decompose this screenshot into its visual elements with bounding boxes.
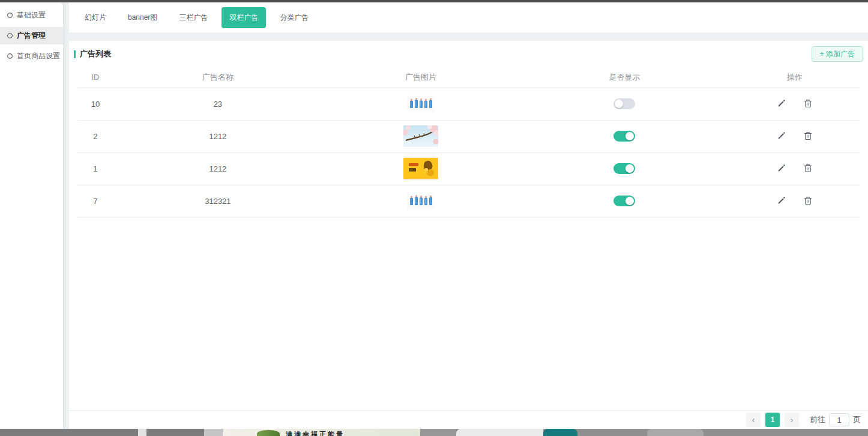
sidebar-item-2[interactable]: 首页商品设置 [0, 47, 63, 65]
sidebar-item-0[interactable]: 基础设置 [0, 7, 63, 24]
delete-button[interactable] [803, 163, 813, 174]
cell-id: 1 [77, 152, 113, 185]
ad-thumbnail-yellow-banner [403, 158, 438, 179]
row-actions [776, 130, 813, 142]
visibility-toggle[interactable] [613, 196, 635, 206]
ad-table-head: ID 广告名称 广告图片 是否显示 操作 [77, 67, 860, 88]
ad-image [407, 95, 435, 112]
circle-icon [7, 53, 13, 59]
background-card-edge [456, 429, 543, 436]
cell-id: 10 [77, 88, 113, 120]
background-segment [204, 429, 223, 436]
tab-2[interactable]: 三栏广告 [171, 7, 215, 28]
row-actions [776, 195, 813, 206]
delete-button[interactable] [803, 130, 813, 142]
cell-name: 1212 [113, 120, 322, 152]
background-segment [420, 429, 456, 436]
panel-title-text: 广告列表 [80, 49, 111, 59]
sidebar-item-label: 广告管理 [17, 31, 46, 41]
page-input[interactable] [829, 413, 849, 426]
ad-thumbnail-cherry-blossom [403, 125, 438, 147]
leaf-decoration [257, 430, 280, 436]
edit-button[interactable] [776, 130, 787, 142]
table-row: 10 23 [77, 88, 860, 120]
delete-button[interactable] [803, 195, 813, 206]
pencil-icon [777, 196, 786, 205]
empty-space [69, 218, 868, 411]
page-number-1[interactable]: 1 [765, 413, 780, 427]
sidebar: 基础设置 广告管理 首页商品设置 [0, 2, 63, 429]
background-page-strip: 满满幸福正能量 [0, 429, 868, 436]
goto-label: 前往 [810, 414, 825, 425]
table-row: 7 312321 [77, 185, 860, 217]
cell-id: 7 [77, 185, 113, 217]
tab-4[interactable]: 分类广告 [272, 7, 316, 28]
ad-image [403, 158, 438, 179]
circle-icon [7, 13, 13, 18]
background-photo-fragment: 满满幸福正能量 [223, 429, 420, 436]
panel-header: 广告列表 + 添加广告 [69, 41, 868, 67]
next-page-button[interactable]: › [785, 413, 799, 427]
cell-name: 1212 [113, 152, 322, 185]
trash-icon [804, 196, 812, 205]
circle-icon [7, 33, 13, 38]
header-visible: 是否显示 [519, 67, 730, 88]
title-accent-bar [74, 50, 76, 58]
ad-image [403, 125, 438, 147]
visibility-toggle[interactable] [613, 163, 635, 174]
background-segment [0, 429, 204, 436]
pagination: ‹ 1 › 前往 页 [69, 410, 868, 429]
cell-name: 312321 [113, 185, 322, 217]
ad-list-panel: 广告列表 + 添加广告 ID 广告名称 广告图片 是否显示 操作 10 23 [69, 41, 868, 429]
cell-name: 23 [113, 88, 322, 120]
trash-icon [804, 99, 812, 108]
tab-3[interactable]: 双栏广告 [222, 7, 266, 28]
trash-icon [804, 164, 812, 173]
header-id: ID [77, 67, 113, 88]
main-area: 幻灯片 banner图 三栏广告 双栏广告 分类广告 广告列表 + 添加广告 I… [69, 2, 868, 429]
edit-button[interactable] [776, 163, 787, 174]
sidebar-item-label: 首页商品设置 [17, 51, 60, 61]
visibility-toggle[interactable] [613, 131, 635, 142]
visibility-toggle[interactable] [613, 98, 635, 109]
background-gray-button-edge [647, 429, 704, 436]
ad-table-body: 10 23 2 1212 [77, 88, 860, 217]
edit-button[interactable] [776, 195, 787, 206]
ad-image [407, 193, 435, 209]
header-actions: 操作 [730, 67, 860, 88]
row-actions [776, 98, 813, 109]
pencil-icon [777, 99, 786, 108]
sidebar-item-1[interactable]: 广告管理 [0, 27, 63, 44]
prev-page-button[interactable]: ‹ [746, 413, 761, 427]
tab-0[interactable]: 幻灯片 [77, 7, 114, 28]
ad-table: ID 广告名称 广告图片 是否显示 操作 10 23 [77, 67, 860, 218]
row-actions [776, 163, 813, 174]
ad-thumbnail-blue-bottles [407, 95, 435, 112]
page-unit-label: 页 [853, 414, 861, 425]
ad-thumbnail-blue-bottles [407, 193, 435, 209]
header-image: 广告图片 [322, 67, 519, 88]
trash-icon [804, 131, 812, 140]
table-row: 2 1212 [77, 120, 860, 152]
background-scrollbar-sliver [138, 429, 146, 436]
panel-title: 广告列表 [74, 49, 111, 59]
table-row: 1 1212 [77, 152, 860, 185]
sidebar-item-label: 基础设置 [17, 10, 46, 20]
tab-1[interactable]: banner图 [120, 7, 165, 28]
edit-button[interactable] [776, 98, 787, 109]
pencil-icon [777, 164, 786, 173]
add-ad-button[interactable]: + 添加广告 [812, 46, 863, 62]
background-page-top-edge [0, 0, 868, 2]
cell-id: 2 [77, 120, 113, 152]
background-partial-text: 满满幸福正能量 [286, 430, 345, 436]
header-name: 广告名称 [113, 67, 322, 88]
tabs-panel: 幻灯片 banner图 三栏广告 双栏广告 分类广告 [69, 2, 868, 33]
delete-button[interactable] [803, 98, 813, 109]
background-teal-button-edge [543, 429, 577, 436]
pencil-icon [777, 131, 786, 140]
